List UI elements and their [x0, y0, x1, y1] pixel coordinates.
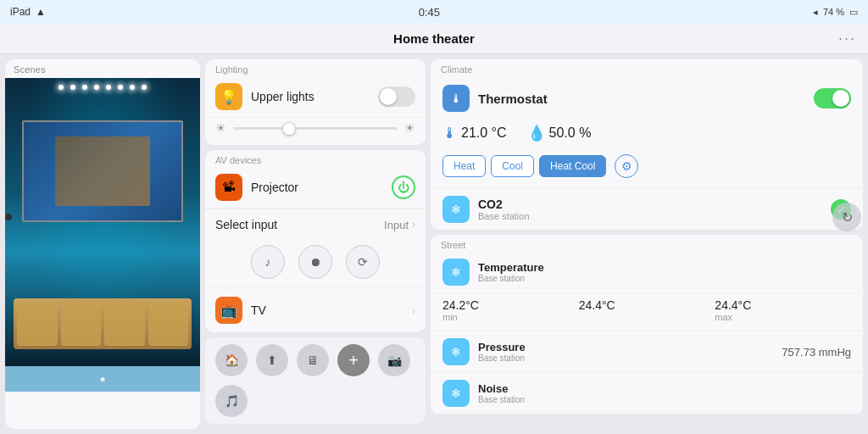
temp-min-label: min [442, 312, 579, 322]
title-bar: Home theater ··· [0, 24, 868, 54]
camera-icon-btn[interactable]: 📷 [378, 344, 410, 376]
temp-min: 24.2°C min [442, 298, 579, 322]
side-refresh-button[interactable]: ↻ [832, 203, 861, 231]
upper-lights-toggle[interactable] [378, 86, 415, 107]
battery-icon: ▭ [849, 7, 858, 18]
temperature-sensor-info: Temperature Base station [478, 261, 851, 283]
temp-mid-value: 24.4°C [579, 298, 715, 312]
thermostat-row: 🌡 Thermostat [431, 76, 863, 120]
co2-row: ❄ CO2 Base station ✓ [431, 188, 863, 230]
more-options-button[interactable]: ··· [838, 30, 856, 47]
climate-temperature: 🌡 21.0 °C [442, 125, 507, 142]
co2-sub: Base station [478, 211, 822, 221]
slider-thumb[interactable] [282, 122, 296, 136]
temp-max-value: 24.4°C [715, 298, 851, 312]
projector-icon: 📽 [215, 174, 242, 201]
status-left: iPad ▲ [10, 6, 46, 18]
brightness-low-icon: ☀ [215, 121, 226, 135]
tv-name: TV [251, 303, 403, 317]
up-icon-btn[interactable]: ⬆ [256, 344, 288, 376]
noise-sensor-name: Noise [478, 382, 851, 395]
climate-modes: Heat Cool Heat Cool ⚙ [431, 151, 863, 188]
select-input-row[interactable]: Select input Input › [205, 209, 426, 240]
home-icon-btn[interactable]: 🏠 [215, 344, 248, 376]
music-icon-btn[interactable]: 🎵 [215, 385, 248, 417]
pressure-sensor-info: Pressure Base station [478, 341, 773, 363]
tv-row[interactable]: 📺 TV › [205, 287, 426, 332]
drop-icon: 💧 [527, 124, 546, 142]
pressure-sensor-name: Pressure [478, 341, 773, 353]
power-icon: ⏻ [398, 181, 409, 194]
side-nav-left [5, 214, 12, 220]
upper-lights-name: Upper lights [251, 90, 370, 103]
street-card: Street ❄ Temperature Base station 24.2°C… [431, 235, 863, 415]
pressure-snowflake: ❄ [451, 345, 461, 359]
input-icon-other[interactable]: ⟳ [346, 245, 380, 279]
theater-screen [22, 120, 183, 222]
noise-sensor-info: Noise Base station [478, 382, 851, 404]
temperature-sensor-icon: ❄ [442, 259, 470, 286]
status-right: ◂ 74 % ▭ [813, 7, 858, 18]
side-nav-dot[interactable] [5, 214, 12, 220]
battery-label: 74 % [823, 7, 844, 17]
theater-seats [14, 298, 192, 349]
scenes-image [5, 78, 200, 366]
location-icon: ◂ [813, 7, 818, 18]
select-input-chevron: › [412, 219, 415, 231]
noise-sensor-row: ❄ Noise Base station [431, 373, 863, 415]
input-icon-music[interactable]: ♪ [251, 245, 285, 279]
temp-min-value: 24.2°C [442, 298, 579, 312]
thermostat-settings-button[interactable]: ⚙ [615, 154, 638, 178]
add-button[interactable]: + [337, 344, 370, 376]
mode-heat-button[interactable]: Heat [442, 155, 486, 177]
temperature-values-row: 24.2°C min 24.4°C 24.4°C max [431, 293, 863, 331]
bottom-icons-bar: 🏠 ⬆ 🖥 + 📷 🎵 [205, 337, 426, 424]
co2-name: CO2 [478, 198, 822, 211]
scenes-tab-label: ● [99, 373, 105, 385]
temp-max: 24.4°C max [715, 298, 851, 322]
av-devices-section-label: AV devices [205, 150, 426, 167]
thermostat-toggle[interactable] [814, 88, 851, 108]
brightness-high-icon: ☀ [404, 121, 415, 135]
side-nav-right: ↻ [832, 203, 861, 231]
select-input-label: Select input [215, 218, 384, 231]
status-bar: iPad ▲ 0:45 ◂ 74 % ▭ [0, 0, 868, 24]
temperature-value: 21.0 °C [461, 125, 507, 141]
thermostat-name: Thermostat [478, 92, 805, 106]
humidity-value: 50.0 % [549, 125, 592, 141]
temp-mid: 24.4°C [579, 298, 715, 322]
scenes-header: Scenes [5, 59, 200, 78]
input-icon-hdmi[interactable]: ⏺ [298, 245, 332, 279]
display-icon-btn[interactable]: 🖥 [297, 344, 329, 376]
climate-section-label: Climate [431, 59, 863, 76]
brightness-slider[interactable] [233, 127, 398, 130]
tv-icon: 📺 [215, 297, 242, 324]
device-label: iPad [10, 6, 31, 18]
projector-emoji: 📽 [222, 180, 236, 195]
projector-power-button[interactable]: ⏻ [392, 175, 415, 199]
projector-name: Projector [251, 181, 383, 194]
projector-row: 📽 Projector ⏻ [205, 167, 426, 209]
scenes-panel: Scenes [5, 59, 200, 429]
middle-panel: Lighting 💡 Upper lights ☀ ☀ AV devices [205, 59, 426, 429]
noise-snowflake: ❄ [451, 387, 461, 400]
co2-info: CO2 Base station [478, 198, 822, 221]
select-input-value: Input [384, 219, 409, 231]
noise-sensor-sub: Base station [478, 395, 851, 404]
right-panel: Climate 🌡 Thermostat 🌡 21.0 °C 💧 50.0 % [431, 59, 863, 429]
mode-cool-button[interactable]: Cool [491, 155, 534, 177]
av-devices-card: AV devices 📽 Projector ⏻ Select input In… [205, 150, 426, 332]
co2-snowflake-icon: ❄ [451, 203, 461, 216]
co2-icon: ❄ [442, 196, 470, 223]
climate-values: 🌡 21.0 °C 💧 50.0 % [431, 120, 863, 151]
wifi-icon: ▲ [36, 6, 46, 18]
thermostat-icon: 🌡 [442, 85, 470, 112]
scenes-bottom-bar[interactable]: ● [5, 366, 200, 392]
lighting-section-label: Lighting [205, 59, 426, 76]
status-time: 0:45 [419, 6, 440, 19]
temperature-sensor-name: Temperature [478, 261, 851, 274]
mode-heatcool-button[interactable]: Heat Cool [539, 155, 606, 177]
main-content: Scenes [0, 54, 868, 434]
tv-emoji: 📺 [220, 303, 237, 319]
street-section-label: Street [431, 235, 863, 252]
